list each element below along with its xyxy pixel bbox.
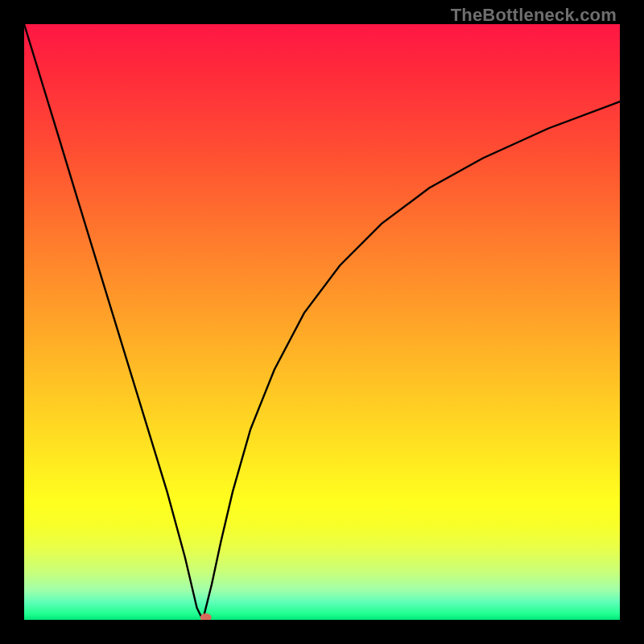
plot-area bbox=[24, 24, 620, 620]
curve-right bbox=[203, 101, 620, 620]
chart-svg bbox=[24, 24, 620, 620]
curve-left bbox=[24, 24, 203, 620]
minimum-marker bbox=[200, 613, 212, 620]
chart-frame: TheBottleneck.com bbox=[0, 0, 644, 644]
watermark-text: TheBottleneck.com bbox=[451, 5, 617, 26]
